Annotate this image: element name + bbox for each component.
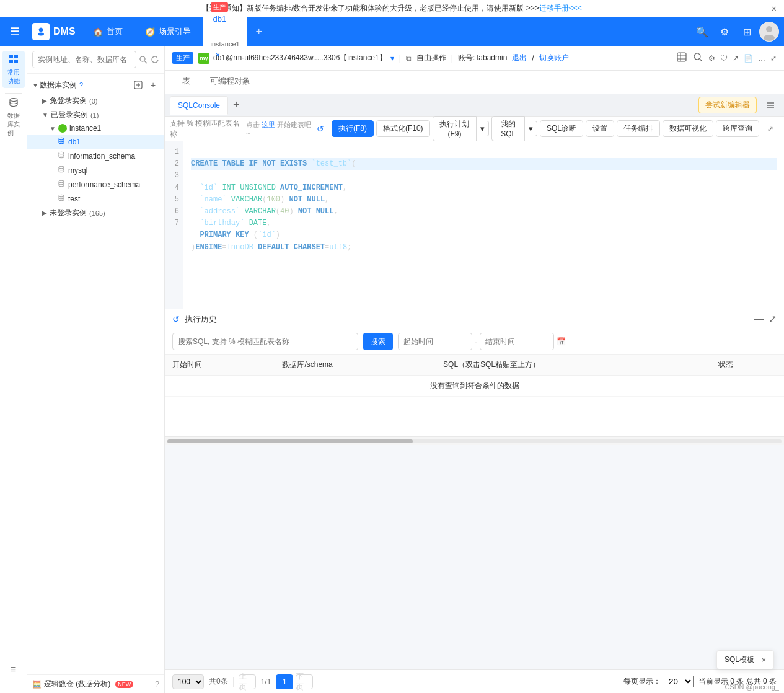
logo: DMS — [27, 23, 81, 40]
next-page-btn[interactable]: 下一页 — [296, 674, 313, 689]
tab-scene-guide[interactable]: 🧭 场景引导 — [135, 17, 201, 46]
execute-btn[interactable]: 执行(F8) — [332, 120, 374, 137]
prev-page-btn[interactable]: 上一页 — [239, 674, 256, 689]
search-header-icon[interactable]: 🔍 — [692, 22, 712, 42]
nav-item-database[interactable]: 数据库实例 — [2, 99, 25, 136]
sql-refresh-icon[interactable]: ↺ — [317, 124, 324, 134]
sql-console-add-tab[interactable]: + — [231, 99, 242, 112]
sidebar-search-input[interactable] — [32, 51, 136, 68]
test-db-item[interactable]: test — [27, 192, 164, 206]
db-copy-icon[interactable]: ⧉ — [406, 54, 412, 63]
sub-tab-bar: 表 可编程对象 — [165, 71, 784, 94]
history-refresh-icon[interactable]: ↺ — [172, 314, 180, 324]
table-view-icon[interactable] — [676, 51, 687, 64]
history-panel-header: ↺ 执行历史 — ⤢ — [165, 309, 784, 329]
sql-console-tab[interactable]: SQLConsole — [170, 96, 228, 115]
tab-db1[interactable]: 生产 db1 instance1 × — [203, 17, 247, 46]
logout-btn[interactable]: 退出 — [512, 53, 527, 63]
try-new-editor-btn[interactable]: 尝试新编辑器 — [698, 97, 757, 113]
start-time-input[interactable] — [398, 333, 472, 350]
history-search-input[interactable] — [172, 333, 358, 350]
unlogged-instances-section[interactable]: ▶ 免登录实例 (0) — [27, 94, 164, 108]
page-size-select[interactable]: 100 50 200 — [172, 674, 204, 689]
history-search-button[interactable]: 搜索 — [363, 333, 393, 350]
plan-dropdown[interactable]: ▾ — [477, 121, 489, 136]
migration-link[interactable]: 迁移手册<<< — [539, 3, 582, 14]
warehouse-help-icon[interactable]: ? — [155, 680, 159, 689]
per-page-select[interactable]: 20 50 100 — [666, 676, 694, 687]
settings-btn[interactable]: 设置 — [586, 120, 614, 137]
page-1-btn[interactable]: 1 — [276, 674, 293, 689]
sql-settings-icon[interactable] — [762, 97, 779, 114]
sql-console-tab-bar: SQLConsole + 尝试新编辑器 — [165, 94, 784, 117]
struct-icon[interactable]: ⚙ — [708, 54, 715, 63]
export-new-icon[interactable]: ↗ — [733, 54, 739, 63]
col-sql: SQL（双击SQL粘贴至上方） — [436, 355, 711, 376]
more-actions-icon[interactable]: … — [758, 54, 765, 63]
user-avatar[interactable] — [759, 22, 779, 42]
grid-header-icon[interactable]: ⊞ — [737, 22, 757, 42]
sidebar-refresh-button[interactable] — [151, 51, 160, 68]
logged-instances-section[interactable]: ▼ 已登录实例 (1) — [27, 108, 164, 122]
tab-table[interactable]: 表 — [172, 70, 200, 94]
history-section: ↺ 执行历史 — ⤢ 搜索 - — [165, 309, 784, 445]
notification-close[interactable]: × — [772, 4, 777, 14]
tab-close-icon[interactable]: × — [213, 51, 223, 61]
svg-rect-9 — [14, 60, 18, 63]
add-tab-button[interactable]: + — [250, 22, 268, 41]
doc-icon[interactable]: 📄 — [744, 54, 753, 63]
performance-schema-item[interactable]: performance_schema — [27, 177, 164, 192]
nav-item-collapse[interactable]: ≡ — [2, 651, 25, 688]
cross-db-btn[interactable]: 跨库查询 — [716, 120, 759, 137]
my-sql-dropdown[interactable]: ▾ — [525, 121, 537, 136]
not-logged-instances-section[interactable]: ▶ 未登录实例 (165) — [27, 206, 164, 220]
history-expand-icon[interactable]: ⤢ — [769, 313, 777, 325]
tab-home[interactable]: 🏠 首页 — [83, 17, 133, 46]
plan-btn[interactable]: 执行计划(F9) — [433, 116, 477, 141]
tab-programmable[interactable]: 可编程对象 — [200, 70, 260, 94]
security-icon[interactable]: 🛡 — [720, 54, 728, 63]
db1-item[interactable]: db1 — [27, 135, 164, 149]
svg-line-26 — [700, 59, 702, 61]
section-settings-icon[interactable]: + — [147, 79, 159, 91]
sql-template-panel: SQL模板 × — [716, 650, 774, 669]
section-help-icon[interactable]: ? — [79, 81, 83, 89]
tab-instance-name: instance1 — [211, 40, 240, 48]
diagnose-btn[interactable]: SQL诊断 — [540, 120, 583, 137]
nav-item-common-functions[interactable]: 常用功能 — [2, 51, 25, 88]
translate-header-icon[interactable]: ⚙ — [715, 22, 734, 42]
data-warehouse-bottom[interactable]: 🧮 逻辑数仓 (数据分析) NEW ? — [27, 674, 164, 693]
svg-rect-6 — [9, 55, 13, 58]
h-scrollbar[interactable] — [165, 436, 784, 445]
query-icon[interactable] — [692, 51, 703, 64]
scrollbar-thumb[interactable] — [167, 439, 413, 443]
svg-point-20 — [59, 195, 64, 197]
task-sort-btn[interactable]: 任务编排 — [617, 120, 660, 137]
db-type-icon: my — [198, 53, 209, 64]
my-sql-btn[interactable]: 我的SQL — [491, 116, 525, 141]
fullscreen-icon[interactable]: ⤢ — [770, 54, 777, 63]
mysql-item[interactable]: mysql — [27, 163, 164, 177]
sidebar-search-button[interactable] — [139, 51, 148, 68]
calendar-icon[interactable]: 📅 — [557, 337, 566, 346]
performance-schema-label: performance_schema — [68, 180, 140, 189]
data-visual-btn[interactable]: 数据可视化 — [663, 120, 713, 137]
section-add-icon[interactable] — [132, 79, 144, 91]
format-btn[interactable]: 格式化(F10) — [376, 120, 430, 137]
end-time-input[interactable] — [480, 333, 554, 350]
instance1-item[interactable]: ▼ instance1 — [27, 122, 164, 135]
create-table-link[interactable]: 这里 — [262, 121, 275, 128]
sql-editor-wrap: 1 2 3 4 5 6 7 CREATE TABLE IF NOT EXISTS… — [165, 141, 784, 309]
hamburger-menu[interactable]: ☰ — [5, 25, 25, 38]
sql-code-editor[interactable]: CREATE TABLE IF NOT EXISTS `test_tb`( `i… — [183, 141, 784, 309]
dropdown-chevron[interactable]: ▾ — [390, 54, 394, 63]
db-instance-section-header[interactable]: ▼ 数据库实例 ? + — [27, 76, 164, 94]
information-schema-item[interactable]: information_schema — [27, 149, 164, 163]
switch-account-btn[interactable]: 切换账户 — [539, 53, 569, 63]
sql-editor-section: 1 2 3 4 5 6 7 CREATE TABLE IF NOT EXISTS… — [165, 141, 784, 309]
sql-template-close-icon[interactable]: × — [762, 656, 766, 664]
history-collapse-icon[interactable]: — — [754, 314, 764, 325]
expand-sql-icon[interactable]: ⤢ — [762, 120, 779, 138]
sql-toolbar: 支持 % 模糊匹配表名称 点击 这里 开始建表吧~ ↺ 执行(F8) 格式化(F… — [165, 117, 784, 141]
instance1-chevron: ▼ — [50, 125, 56, 132]
